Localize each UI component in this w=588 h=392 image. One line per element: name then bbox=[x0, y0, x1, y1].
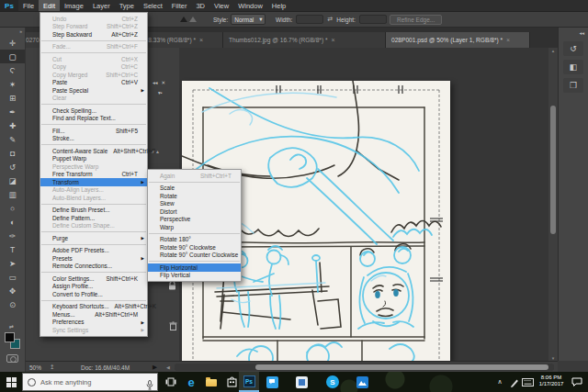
trash-icon[interactable] bbox=[169, 318, 177, 334]
keyboard-tray-icon[interactable] bbox=[520, 375, 535, 389]
tab-028p001-active[interactable]: 028P001.psd @ 50% (Layer 1, RGB/8*) * × bbox=[386, 32, 530, 48]
vertical-scroll-thumb[interactable] bbox=[550, 106, 556, 234]
menubar-item[interactable]: Image bbox=[60, 0, 88, 11]
foreground-color-swatch[interactable] bbox=[5, 332, 15, 342]
photos-app-icon[interactable] bbox=[355, 375, 369, 389]
menu-item[interactable]: Menus... Alt+Shift+Ctrl+M bbox=[40, 310, 147, 319]
action-center-icon[interactable] bbox=[570, 375, 584, 389]
panel-menu-fragment[interactable]: ▾▪ bbox=[158, 90, 163, 95]
menu-item[interactable]: Distort bbox=[148, 207, 241, 216]
photoshop-taskbar-button[interactable]: Ps bbox=[239, 372, 259, 392]
eyedropper-tool-icon[interactable]: ✒ bbox=[0, 105, 25, 118]
microphone-icon[interactable] bbox=[146, 377, 153, 392]
character-panel-icon[interactable]: ◧ bbox=[563, 60, 583, 74]
store-icon[interactable] bbox=[224, 375, 239, 389]
edge-icon[interactable]: e bbox=[184, 375, 198, 389]
menu-item[interactable]: Step Forward Shift+Ctrl+Z bbox=[40, 23, 147, 31]
menubar-item[interactable]: Type bbox=[115, 0, 139, 11]
menu-item[interactable]: Content-Aware Scale Alt+Shift+Ctrl+C bbox=[40, 147, 147, 155]
menu-item[interactable]: Perspective Warp bbox=[40, 162, 147, 171]
menu-item[interactable]: Copy Ctrl+C bbox=[40, 63, 147, 72]
menu-item[interactable]: Assign Profile... bbox=[40, 283, 147, 291]
menu-item[interactable]: Find and Replace Text... bbox=[40, 115, 147, 123]
history-brush-tool-icon[interactable]: ↺ bbox=[0, 160, 25, 174]
refine-edge-button[interactable]: Refine Edge... bbox=[390, 15, 442, 25]
quick-mask-icon[interactable] bbox=[6, 354, 18, 363]
close-icon[interactable]: × bbox=[199, 37, 203, 43]
pen-tool-icon[interactable]: ✑ bbox=[0, 229, 25, 242]
menu-item[interactable]: Define Pattern... bbox=[40, 214, 147, 222]
menu-item[interactable]: Transform ▶ bbox=[40, 178, 147, 186]
swap-colors-icon[interactable]: ⇄ bbox=[9, 323, 14, 330]
menubar-item[interactable]: Layer bbox=[88, 0, 115, 11]
tray-expand-icon[interactable]: ∧ bbox=[492, 375, 507, 389]
menu-item[interactable]: Sync Settings ▶ bbox=[40, 326, 147, 334]
style-dropdown[interactable]: Normal ▾ bbox=[231, 14, 266, 25]
close-icon[interactable]: ✕ bbox=[162, 80, 166, 85]
menu-item[interactable]: Auto-Blend Layers... bbox=[40, 194, 147, 202]
eraser-tool-icon[interactable]: ◪ bbox=[0, 174, 25, 187]
gradient-tool-icon[interactable]: ▥ bbox=[0, 187, 25, 201]
menu-item[interactable]: Stroke... bbox=[40, 135, 147, 143]
menubar-item[interactable]: File bbox=[18, 0, 39, 11]
menu-item[interactable]: Keyboard Shortcuts... Alt+Shift+Ctrl+K bbox=[40, 303, 147, 311]
healing-brush-tool-icon[interactable]: ✚ bbox=[0, 118, 25, 132]
menu-item[interactable]: Flip Vertical bbox=[148, 272, 241, 280]
horizontal-scrollbar[interactable] bbox=[175, 364, 554, 371]
menu-item[interactable]: Free Transform Ctrl+T bbox=[40, 171, 147, 179]
collapse-panel-icon[interactable]: ◂◂ bbox=[153, 80, 158, 85]
tab-thumbs012[interactable]: Thumbs012.jpg @ 16.7% (RGB/8*) * × bbox=[223, 32, 386, 48]
menu-item[interactable]: Check Spelling... bbox=[40, 106, 147, 115]
menu-item[interactable]: Define Custom Shape... bbox=[40, 222, 147, 230]
hand-tool-icon[interactable]: ✥ bbox=[0, 284, 25, 297]
search-input[interactable]: Ask me anything bbox=[22, 373, 158, 391]
marquee-tool-icon[interactable]: ▢ bbox=[0, 50, 25, 63]
menu-item[interactable]: Flip Horizontal bbox=[148, 263, 241, 272]
menubar-item[interactable]: View bbox=[209, 0, 233, 11]
shape-tool-icon[interactable]: ▭ bbox=[0, 270, 25, 284]
height-field[interactable] bbox=[359, 15, 387, 24]
swap-dimensions-icon[interactable]: ⇄ bbox=[327, 16, 333, 23]
menubar-item[interactable]: Help bbox=[267, 0, 290, 11]
menu-item[interactable]: Scale bbox=[148, 185, 241, 193]
close-icon[interactable]: × bbox=[506, 37, 510, 43]
zoom-tool-icon[interactable]: ⊙ bbox=[0, 297, 25, 311]
menu-item[interactable]: Copy Merged Shift+Ctrl+C bbox=[40, 71, 147, 79]
expand-panels-icon[interactable]: ◂◂ bbox=[559, 28, 588, 38]
menubar-item[interactable]: Select bbox=[139, 0, 167, 11]
menu-item[interactable]: Cut Ctrl+X bbox=[40, 55, 147, 63]
chat-app-icon[interactable] bbox=[265, 375, 279, 389]
menu-item[interactable]: Rotate bbox=[148, 192, 241, 200]
start-button[interactable] bbox=[0, 372, 22, 392]
menu-item[interactable]: Rotate 90° Clockwise bbox=[148, 243, 241, 252]
menu-item[interactable]: Adobe PDF Presets... bbox=[40, 247, 147, 255]
menu-item[interactable]: Undo Ctrl+Z bbox=[40, 15, 147, 23]
menu-item[interactable]: Puppet Warp bbox=[40, 155, 147, 163]
menu-item[interactable]: Fade... Shift+Ctrl+F bbox=[40, 43, 147, 51]
menu-item[interactable]: Remote Connections... bbox=[40, 263, 147, 271]
history-panel-icon[interactable]: ↺ bbox=[563, 41, 583, 56]
move-tool-icon[interactable]: ✛ bbox=[0, 36, 25, 50]
close-icon[interactable]: × bbox=[331, 37, 334, 43]
magic-wand-tool-icon[interactable]: ✶ bbox=[0, 77, 25, 91]
menu-item[interactable]: Skew bbox=[148, 200, 241, 208]
file-explorer-icon[interactable] bbox=[204, 375, 219, 389]
width-field[interactable] bbox=[296, 15, 323, 24]
menu-item[interactable]: Define Brush Preset... bbox=[40, 207, 147, 215]
scroll-up-icon[interactable]: ▴ bbox=[548, 48, 558, 53]
horizontal-scroll-thumb[interactable] bbox=[255, 364, 548, 370]
menu-item[interactable]: Warp bbox=[148, 223, 241, 231]
menu-item[interactable]: Presets ▶ bbox=[40, 254, 147, 263]
type-tool-icon[interactable]: T bbox=[0, 242, 25, 256]
options-fragment-icons[interactable] bbox=[180, 12, 198, 27]
blur-tool-icon[interactable]: ○ bbox=[0, 201, 25, 215]
menubar-item[interactable]: 3D bbox=[191, 0, 209, 11]
app-icon-unknown[interactable] bbox=[294, 375, 309, 389]
menu-item[interactable]: Rotate 90° Counter Clockwise bbox=[148, 252, 241, 260]
menu-item[interactable]: Rotate 180° bbox=[148, 236, 241, 244]
vertical-scrollbar[interactable]: ▴ ▾ bbox=[548, 48, 558, 361]
menu-item[interactable]: Purge ▶ bbox=[40, 234, 147, 242]
skype-icon[interactable]: S bbox=[325, 375, 340, 389]
menu-item[interactable]: Again Shift+Ctrl+T bbox=[148, 172, 241, 180]
crop-tool-icon[interactable]: ⊞ bbox=[0, 91, 25, 105]
